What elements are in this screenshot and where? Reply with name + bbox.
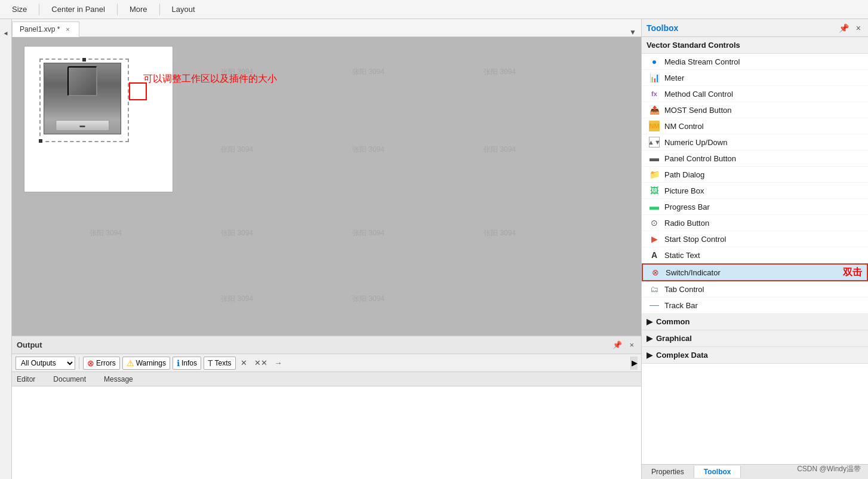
toolbox-item-label-panel-control: Panel Control Button [664,154,736,163]
output-source-select[interactable]: All Outputs [16,357,75,370]
toolbox-item-progress-bar[interactable]: ▬ Progress Bar [642,199,868,215]
panel-tab[interactable]: Panel1.xvp * × [12,22,79,37]
toolbox-item-static-text[interactable]: A Static Text [642,247,868,263]
export-button[interactable]: → [272,357,285,369]
resize-handle-bottom-left[interactable] [38,139,43,143]
toolbar-separator-3 [159,4,160,16]
toolbox-category-common[interactable]: ▶ Common [642,314,868,330]
infos-label: Infos [181,359,197,367]
toolbox-item-track-bar[interactable]: — Track Bar [642,297,868,314]
output-panel-wrapper: Output 📌 × All Outputs ⊗ Errors [12,336,641,479]
toolbox-category-graphical[interactable]: ▶ Graphical [642,330,868,347]
design-canvas[interactable]: 张阳 3094 张阳 3094 张阳 3094 张阳 3094 张阳 3094 … [12,37,641,336]
category-complex-collapse-icon: ▶ [647,351,652,360]
clear-button[interactable]: ✕ [238,357,250,369]
layout-button[interactable]: Layout [165,2,202,16]
toolbox-item-most-send[interactable]: 📤 MOST Send Button [642,102,868,118]
toolbox-item-picture-box[interactable]: 🖼 Picture Box [642,183,868,199]
resize-handle-top[interactable] [82,57,87,62]
left-sidebar: ◄ [0,19,12,479]
watermark-8: 张阳 3094 [90,228,122,238]
toolbox-item-numeric-updown[interactable]: ▲▼ Numeric Up/Down [642,134,868,151]
warning-icon: ⚠ [127,358,134,368]
toolbox-item-label-track-bar: Track Bar [664,301,698,310]
watermark-12: 张阳 3094 [221,294,253,304]
top-toolbar: Size Center in Panel More Layout [0,0,868,19]
category-collapse-icon: ▶ [647,317,652,326]
toolbox-item-start-stop[interactable]: ▶ Start Stop Control [642,231,868,247]
output-pin-button[interactable]: 📌 [610,339,624,351]
toolbar-separator-2 [117,4,118,16]
canvas-widget[interactable]: ▬ [39,59,129,142]
toolbox-item-label-method-call: Method Call Control [664,90,733,99]
output-title: Output [17,340,608,349]
center-in-panel-button[interactable]: Center in Panel [44,2,112,16]
toolbox-item-label-radio-button: Radio Button [664,219,709,228]
output-scroll-right[interactable]: ▶ [630,357,638,370]
size-button[interactable]: Size [5,2,34,16]
infos-filter-button[interactable]: ℹ Infos [173,357,201,370]
watermark-3: 张阳 3094 [352,67,384,77]
clear-all-button[interactable]: ✕✕ [252,357,270,369]
toolbox-item-meter[interactable]: 📊 Meter [642,70,868,86]
toolbox-close-button[interactable]: × [854,22,863,34]
toolbox-item-nm-control[interactable]: NM NM Control [642,118,868,134]
tab-title: Panel1.xvp * [20,25,60,33]
media-stream-icon: ● [649,56,660,67]
watermark-10: 张阳 3094 [352,228,384,238]
left-sidebar-toggle[interactable]: ◄ [1,24,11,42]
double-click-annotation: 双击 [843,266,862,279]
category-complex-label: Complex Data [656,351,708,360]
toolbox-item-method-call[interactable]: fx Method Call Control [642,86,868,102]
output-header: Output 📌 × [12,336,641,354]
toolbox-item-label-path-dialog: Path Dialog [664,170,704,179]
properties-tab[interactable]: Properties [642,466,694,478]
toolbox-item-label-numeric-updown: Numeric Up/Down [664,138,727,147]
numeric-updown-icon: ▲▼ [649,137,660,148]
warnings-label: Warnings [136,359,166,367]
toolbox-item-tab-control[interactable]: 🗂 Tab Control [642,281,868,297]
errors-filter-button[interactable]: ⊗ Errors [83,357,120,370]
texts-label: Texts [215,359,232,367]
watermark-9: 张阳 3094 [221,228,253,238]
toolbox-item-media-stream[interactable]: ● Media Stream Control [642,54,868,70]
radio-button-icon: ⊙ [649,217,660,228]
toolbox-item-path-dialog[interactable]: 📁 Path Dialog [642,167,868,183]
toolbox-tab[interactable]: Toolbox [694,466,741,478]
toolbox-item-switch-indicator[interactable]: ⊗ Switch/Indicator 双击 [642,263,868,281]
toolbox-category-complex-data[interactable]: ▶ Complex Data [642,347,868,364]
content-area: ◄ Panel1.xvp * × ▼ 张阳 3094 张阳 3094 张阳 30… [0,19,868,479]
warnings-filter-button[interactable]: ⚠ Warnings [122,357,170,370]
toolbox-pin-button[interactable]: 📌 [836,22,851,34]
texts-filter-button[interactable]: T Texts [204,357,236,370]
tab-dropdown-button[interactable]: ▼ [624,28,641,36]
more-button[interactable]: More [122,2,155,16]
errors-label: Errors [96,359,116,367]
tab-close-button[interactable]: × [63,25,72,33]
toolbox-item-label-media-stream: Media Stream Control [664,57,740,66]
picture-box-icon: 🖼 [649,185,660,196]
path-dialog-icon: 📁 [649,169,660,180]
tab-bar: Panel1.xvp * × ▼ [12,19,641,37]
category-graphical-collapse-icon: ▶ [647,334,652,343]
most-send-icon: 📤 [649,105,660,115]
col-editor: Editor [17,375,35,383]
meter-icon: 📊 [649,72,660,83]
start-stop-icon: ▶ [649,234,660,244]
output-body[interactable] [12,386,641,479]
panel-surface: ▬ [24,46,173,192]
main-layout: ◄ Panel1.xvp * × ▼ 张阳 3094 张阳 3094 张阳 30… [0,19,868,479]
watermark-13: 张阳 3094 [352,294,384,304]
switch-indicator-icon: ⊗ [650,267,661,278]
toolbox-item-radio-button[interactable]: ⊙ Radio Button [642,215,868,231]
toolbox-item-label-progress-bar: Progress Bar [664,202,710,211]
output-toolbar: All Outputs ⊗ Errors ⚠ Warnings ℹ [12,354,641,372]
category-common-label: Common [656,317,690,326]
text-icon: T [208,358,213,368]
output-columns: Editor Document Message [12,372,641,386]
watermark-4: 张阳 3094 [484,67,516,77]
toolbox-title: Toolbox [647,23,834,33]
output-close-button[interactable]: × [627,339,636,351]
toolbox-item-panel-control[interactable]: ▬ Panel Control Button [642,151,868,167]
toolbox-item-label-tab-control: Tab Control [664,285,704,294]
